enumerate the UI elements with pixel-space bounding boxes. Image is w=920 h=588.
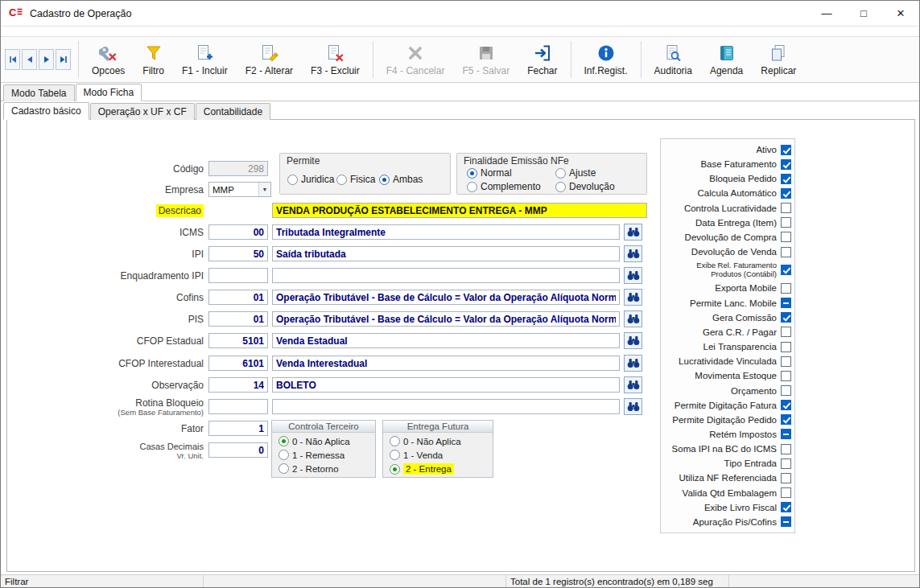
observacao-desc-input[interactable] <box>272 377 620 393</box>
base-faturamento-checkbox[interactable] <box>781 159 791 170</box>
cfop-interestadual-code-input[interactable] <box>208 356 268 371</box>
next-record-button[interactable] <box>39 49 54 70</box>
rotina-bloqueio-desc-input[interactable] <box>272 399 620 414</box>
radio-circle-icon <box>390 436 400 446</box>
tab-modo-ficha[interactable]: Modo Ficha <box>76 84 142 101</box>
radio-normal[interactable]: Normal <box>467 167 512 179</box>
f1-incluir-button[interactable]: F1 - Incluir <box>173 41 237 79</box>
observacao-code-input[interactable] <box>208 377 268 393</box>
entrega-futura-radio-nao-aplica[interactable]: 0 - Não Aplica <box>390 436 493 446</box>
finalidade-title: Finalidade Emissão NFe <box>464 155 569 167</box>
gera-cr-pagar-checkbox[interactable] <box>781 327 791 337</box>
auditoria-button[interactable]: Auditoria <box>646 41 701 79</box>
cfop-interestadual-lookup-button[interactable] <box>624 355 642 372</box>
f2-alterar-button[interactable]: F2 - Alterar <box>237 41 302 79</box>
inf-regist-button[interactable]: Inf.Regist. <box>576 41 637 79</box>
maximize-button[interactable]: □ <box>845 1 882 26</box>
pis-desc-input[interactable] <box>272 311 620 327</box>
chevron-down-icon: ▼ <box>258 183 270 196</box>
devolucao-de-compra-checkbox[interactable] <box>781 232 791 242</box>
f3-excluir-button[interactable]: F3 - Excluir <box>302 41 369 79</box>
last-record-button[interactable] <box>56 49 71 70</box>
previous-record-button[interactable] <box>22 49 37 70</box>
retem-impostos-checkbox[interactable] <box>781 429 791 439</box>
ipi-desc-input[interactable] <box>272 246 620 261</box>
permite-lanc-mobile-checkbox[interactable] <box>781 298 791 308</box>
exibe-rel-faturamento-produtos-checkbox[interactable] <box>781 265 791 275</box>
tab-modo-tabela[interactable]: Modo Tabela <box>3 84 75 101</box>
icms-lookup-button[interactable] <box>624 224 642 241</box>
radio-ajuste[interactable]: Ajuste <box>555 167 596 179</box>
minimize-button[interactable]: — <box>808 1 845 26</box>
devolucao-de-venda-checkbox[interactable] <box>781 247 791 257</box>
cofins-code-input[interactable] <box>208 290 268 305</box>
empresa-select[interactable]: MMP ▼ <box>208 182 271 197</box>
lei-transparencia-checkbox[interactable] <box>781 342 791 352</box>
filtro-button[interactable]: Filtro <box>134 41 173 79</box>
cofins-desc-input[interactable] <box>272 290 620 305</box>
orcamento-checkbox[interactable] <box>781 385 791 396</box>
tab-contabilidade[interactable]: Contabilidade <box>196 103 270 120</box>
close-button[interactable]: ✕ <box>882 1 919 26</box>
enquadramento-ipi-lookup-button[interactable] <box>624 267 642 284</box>
cfop-interestadual-desc-input[interactable] <box>272 356 620 371</box>
filter-input[interactable]: Filtrar <box>1 575 204 587</box>
tab-operacao-uf-cf[interactable]: Operação x UF x CF <box>90 103 195 120</box>
data-entrega-item-checkbox[interactable] <box>781 217 791 228</box>
rotina-bloqueio-code-input[interactable] <box>208 399 268 414</box>
flag-row: Devolução de Compra <box>664 231 791 244</box>
record-count-text: Total de 1 registro(s) encontrado(s) em … <box>506 575 729 587</box>
fator-input[interactable] <box>208 421 268 436</box>
exporta-mobile-checkbox[interactable] <box>781 283 791 294</box>
cfop-estadual-lookup-button[interactable] <box>624 332 642 349</box>
descricao-input[interactable] <box>272 203 647 218</box>
movimenta-estoque-checkbox[interactable] <box>781 371 791 381</box>
soma-ipi-bc-icms-checkbox[interactable] <box>781 444 791 454</box>
controla-terceiro-radio-retorno[interactable]: 2 - Retorno <box>278 463 375 474</box>
lucratividade-vinculada-checkbox[interactable] <box>781 356 791 367</box>
opcoes-button[interactable]: Opcoes <box>83 41 134 79</box>
first-record-button[interactable] <box>5 49 20 70</box>
toolbar-separator <box>571 41 571 78</box>
tab-cadastro-basico[interactable]: Cadastro básico <box>3 102 89 120</box>
icms-code-input[interactable] <box>208 224 268 240</box>
controla-lucratividade-checkbox[interactable] <box>781 203 791 213</box>
bloqueia-pedido-checkbox[interactable] <box>781 174 791 184</box>
permite-digitacao-pedido-checkbox[interactable] <box>781 414 791 425</box>
apuracao-pis-cofins-checkbox[interactable] <box>781 516 791 527</box>
cfop-estadual-code-input[interactable] <box>208 333 268 348</box>
ativo-checkbox[interactable] <box>781 145 791 155</box>
controla-terceiro-radio-remessa[interactable]: 1 - Remessa <box>278 450 375 460</box>
permite-digitacao-fatura-checkbox[interactable] <box>781 400 791 410</box>
pis-code-input[interactable] <box>208 311 268 327</box>
enquadramento-ipi-desc-input[interactable] <box>272 268 620 283</box>
radio-circle-icon <box>390 464 400 475</box>
cadastro-basico-panel: Código Permite Juridica Fisica Ambas Fin… <box>6 119 915 572</box>
replicar-button[interactable]: Replicar <box>752 41 805 79</box>
calcula-automatico-checkbox[interactable] <box>781 188 791 199</box>
exibe-livro-fiscal-checkbox[interactable] <box>781 502 791 512</box>
controla-terceiro-radio-nao-aplica[interactable]: 0 - Não Aplica <box>278 436 375 446</box>
utiliza-nf-referenciada-checkbox[interactable] <box>781 473 791 483</box>
fechar-button[interactable]: Fechar <box>518 41 566 79</box>
gera-comissao-checkbox[interactable] <box>781 312 791 323</box>
cfop-estadual-desc-input[interactable] <box>272 333 620 348</box>
entrega-futura-radio-venda[interactable]: 1 - Venda <box>390 450 493 460</box>
casas-decimais-input[interactable] <box>208 442 268 458</box>
pis-lookup-button[interactable] <box>624 310 642 327</box>
svg-text:C: C <box>9 6 17 19</box>
entrega-futura-radio-entrega[interactable]: 2 - Entrega <box>390 463 493 475</box>
observacao-lookup-button[interactable] <box>624 376 642 393</box>
rotina-bloqueio-lookup-button[interactable] <box>624 398 642 415</box>
agenda-button[interactable]: Agenda <box>701 41 752 79</box>
icms-desc-input[interactable] <box>272 224 620 240</box>
valida-qtd-embalagem-checkbox[interactable] <box>781 487 791 498</box>
cofins-lookup-button[interactable] <box>624 289 642 306</box>
flags-panel: Ativo Base Faturamento Bloqueia Pedido C… <box>660 138 795 533</box>
ipi-lookup-button[interactable] <box>624 245 642 262</box>
enquadramento-ipi-code-input[interactable] <box>208 268 268 283</box>
tipo-entrada-checkbox[interactable] <box>781 458 791 469</box>
toolbar-separator <box>641 41 642 78</box>
ipi-code-input[interactable] <box>208 246 268 261</box>
audit-magnifier-icon <box>663 43 683 63</box>
